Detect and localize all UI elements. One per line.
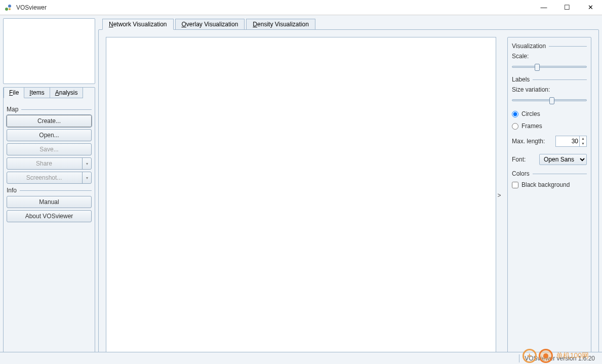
max-length-label: Max. length: <box>512 138 545 145</box>
font-label: Font: <box>512 156 526 163</box>
main-tabs: Network Visualization Overlay Visualizat… <box>98 18 599 29</box>
minimize-button[interactable]: — <box>532 0 555 15</box>
window-title: VOSviewer <box>16 4 532 11</box>
chevron-down-icon[interactable]: ▾ <box>82 158 91 169</box>
close-icon: ✕ <box>588 4 593 11</box>
tab-analysis-ul: A <box>55 89 59 96</box>
radio-circles-label: Circles <box>521 110 540 117</box>
statusbar-separator <box>519 354 519 362</box>
scale-label: Scale: <box>512 53 587 60</box>
radio-frames-label: Frames <box>521 123 542 130</box>
max-length-spinner[interactable]: ▲▼ <box>579 136 586 146</box>
left-column: File Items Analysis Map Create... Open..… <box>3 18 95 361</box>
maximize-icon: ☐ <box>564 4 570 11</box>
mtab1-ul: O <box>182 21 186 28</box>
section-labels-label: Labels <box>512 76 530 83</box>
section-labels: Labels <box>512 76 587 83</box>
close-button[interactable]: ✕ <box>579 0 602 15</box>
center-column: Network Visualization Overlay Visualizat… <box>98 18 599 361</box>
app-body: File Items Analysis Map Create... Open..… <box>0 15 602 364</box>
chevron-down-icon[interactable]: ▾ <box>82 172 91 183</box>
divider <box>20 190 92 191</box>
size-variation-slider[interactable] <box>512 99 587 101</box>
scale-slider[interactable] <box>512 66 587 68</box>
tab-analysis[interactable]: Analysis <box>50 87 84 98</box>
tab-overlay-visualization[interactable]: Overlay Visualization <box>175 19 245 30</box>
tab-items-rest: tems <box>31 89 45 96</box>
radio-circles-input[interactable] <box>512 111 518 117</box>
font-row: Font: Open Sans <box>512 154 587 165</box>
mtab2-ul: D <box>253 21 257 28</box>
mtab0-rest: etwork Visualization <box>113 21 167 28</box>
left-tab-header: File Items Analysis <box>4 87 95 98</box>
section-colors: Colors <box>512 170 587 177</box>
version-text: VOSviewer version 1.6.20 <box>525 355 595 362</box>
mtab2-rest: ensity Visualization <box>257 21 309 28</box>
spinner-up-icon[interactable]: ▲ <box>579 136 586 141</box>
section-colors-label: Colors <box>512 170 530 177</box>
svg-point-0 <box>5 8 8 11</box>
tab-network-visualization[interactable]: Network Visualization <box>102 19 174 30</box>
open-button[interactable]: Open... <box>7 129 92 141</box>
mtab1-rest: verlay Visualization <box>186 21 238 28</box>
black-background-checkbox[interactable]: Black background <box>512 181 587 188</box>
about-button[interactable]: About VOSviewer <box>7 210 92 222</box>
black-background-label: Black background <box>521 181 570 188</box>
preview-box <box>3 18 95 84</box>
group-map-label: Map <box>7 106 18 113</box>
section-visualization: Visualization <box>512 43 587 50</box>
create-button[interactable]: Create... <box>7 115 92 127</box>
tab-file-rest: ile <box>13 89 19 96</box>
radio-frames-input[interactable] <box>512 123 518 130</box>
tab-file[interactable]: File <box>4 87 24 98</box>
group-map-header: Map <box>7 106 92 113</box>
share-button[interactable]: Share▾ <box>7 157 92 170</box>
group-info-label: Info <box>7 187 17 194</box>
svg-point-2 <box>9 8 11 10</box>
size-variation-slider-thumb[interactable] <box>549 97 554 104</box>
tab-density-visualization[interactable]: Density Visualization <box>246 19 315 30</box>
tab-items[interactable]: Items <box>24 87 50 98</box>
share-label: Share <box>36 160 52 167</box>
font-select[interactable]: Open Sans <box>539 154 587 165</box>
radio-circles[interactable]: Circles <box>512 110 587 117</box>
radio-frames[interactable]: Frames <box>512 123 587 130</box>
visualization-canvas[interactable] <box>106 37 496 353</box>
main-panel: > Visualization Scale: Labels Size varia… <box>98 29 599 361</box>
black-background-input[interactable] <box>512 182 518 188</box>
scale-slider-thumb[interactable] <box>535 64 540 71</box>
divider <box>21 109 92 110</box>
window-controls: — ☐ ✕ <box>532 0 602 15</box>
screenshot-button[interactable]: Screenshot...▾ <box>7 172 92 184</box>
left-tab-body: Map Create... Open... Save... Share▾ Scr… <box>4 99 95 228</box>
statusbar: VOSviewer version 1.6.20 <box>0 352 602 364</box>
spinner-down-icon[interactable]: ▼ <box>579 141 586 146</box>
max-length-row: Max. length: ▲▼ <box>512 136 587 147</box>
tab-analysis-rest: nalysis <box>59 89 78 96</box>
section-visualization-label: Visualization <box>512 43 546 50</box>
size-variation-label: Size variation: <box>512 86 587 93</box>
screenshot-label: Screenshot... <box>26 174 62 181</box>
divider <box>533 79 587 80</box>
group-info-header: Info <box>7 187 92 194</box>
minimize-icon: — <box>541 4 547 11</box>
svg-point-1 <box>8 5 11 8</box>
divider <box>549 46 587 47</box>
mtab0-ul: N <box>109 21 113 28</box>
titlebar: VOSviewer — ☐ ✕ <box>0 0 602 15</box>
right-panel: Visualization Scale: Labels Size variati… <box>507 37 591 353</box>
maximize-button[interactable]: ☐ <box>555 0 579 15</box>
manual-button[interactable]: Manual <box>7 196 92 208</box>
panel-collapse-handle[interactable]: > <box>496 37 502 353</box>
save-button[interactable]: Save... <box>7 143 92 155</box>
left-tabs-panel: File Items Analysis Map Create... Open..… <box>3 87 95 361</box>
app-icon <box>4 4 12 12</box>
divider <box>533 174 587 174</box>
